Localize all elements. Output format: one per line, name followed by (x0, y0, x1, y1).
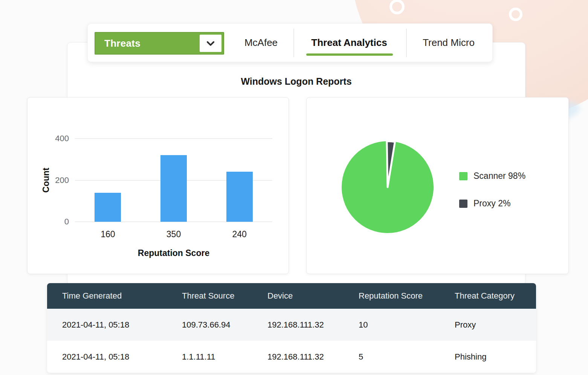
table-header-cell: Threat Category (440, 291, 536, 301)
table-cell: 192.168.111.32 (252, 320, 344, 330)
bar-160 (95, 193, 121, 222)
table-header-cell: Threat Source (167, 291, 252, 301)
y-axis-tick: 400 (43, 134, 69, 143)
table-cell: Phishing (440, 352, 536, 362)
page-title: Windows Logon Reports (67, 76, 525, 87)
pie-chart (307, 98, 569, 274)
tab-bar: Threats McAfee Threat Analytics Trend Mi… (87, 23, 493, 62)
legend-label: Proxy 2% (473, 198, 510, 209)
bar-240 (226, 172, 253, 222)
table-header-row: Time GeneratedThreat SourceDeviceReputat… (47, 283, 536, 309)
table-cell: 192.168.111.32 (252, 352, 344, 362)
x-axis-label: Reputation Score (138, 248, 209, 258)
x-axis-tick: 240 (232, 229, 246, 239)
legend-label: Scanner 98% (473, 171, 525, 181)
legend-swatch (459, 172, 467, 180)
legend-swatch (459, 200, 467, 208)
chevron-down-icon[interactable] (200, 35, 221, 52)
table-row: 2021-04-11, 05:181.1.11.11192.168.111.32… (47, 341, 536, 373)
table-header-cell: Time Generated (47, 291, 167, 301)
table-cell: 2021-04-11, 05:18 (47, 320, 167, 330)
tab-divider (293, 29, 294, 57)
legend-item-proxy: Proxy 2% (459, 198, 510, 209)
table-cell: 2021-04-11, 05:18 (47, 352, 167, 362)
table-cell: 109.73.66.94 (167, 320, 252, 330)
tab-trend-micro[interactable]: Trend Micro (411, 24, 486, 61)
x-axis-tick: 160 (101, 229, 115, 239)
y-axis-tick: 0 (43, 217, 69, 227)
bar-chart-card: 0200400160350240CountReputation Score (27, 97, 289, 274)
threats-dropdown-label: Threats (104, 38, 141, 49)
legend-item-scanner: Scanner 98% (459, 171, 525, 181)
decor-ring-circle (509, 8, 522, 21)
y-axis-label: Count (41, 163, 51, 197)
threats-dropdown[interactable]: Threats (95, 32, 224, 55)
gridline (75, 138, 272, 139)
pie-chart-card: Scanner 98%Proxy 2% (306, 97, 569, 274)
tab-mcafee[interactable]: McAfee (231, 24, 291, 61)
tab-threat-analytics[interactable]: Threat Analytics (304, 24, 394, 61)
table-header-cell: Device (252, 291, 344, 301)
table-cell: Proxy (440, 320, 536, 330)
table-cell: 5 (344, 352, 440, 362)
x-axis-tick: 350 (166, 229, 181, 239)
table-header-cell: Reputation Score (344, 291, 440, 301)
bar-350 (160, 155, 187, 222)
table-cell: 10 (344, 320, 440, 330)
table-row: 2021-04-11, 05:18109.73.66.94192.168.111… (47, 309, 536, 341)
threats-table: Time GeneratedThreat SourceDeviceReputat… (47, 283, 536, 373)
active-tab-underline (306, 53, 393, 56)
tab-divider (406, 29, 407, 57)
table-cell: 1.1.11.11 (167, 352, 252, 362)
